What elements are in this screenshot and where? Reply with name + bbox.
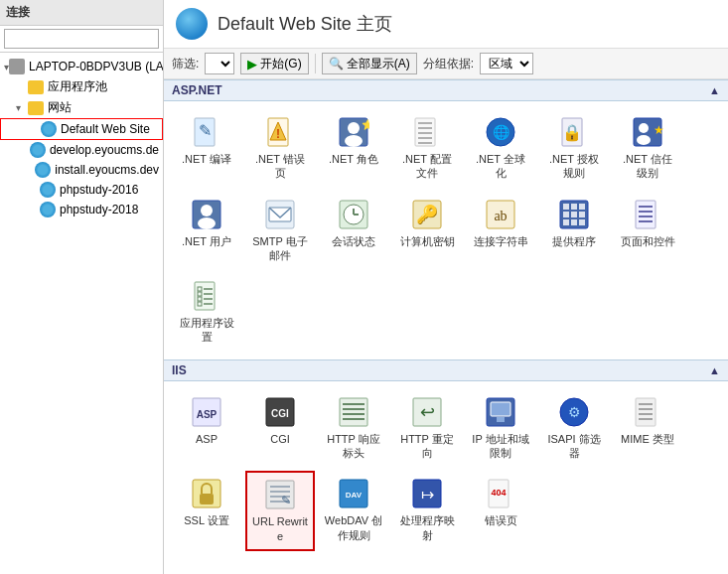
globe-icon	[40, 202, 56, 217]
icon-item-asp[interactable]: ASPASP	[172, 389, 241, 468]
sidebar-search-area	[0, 26, 163, 53]
filter-select[interactable]	[205, 53, 234, 74]
icon-item-net-config[interactable]: .NET 配置文件	[392, 109, 462, 188]
sidebar-item-sites[interactable]: ▾网站	[0, 97, 163, 118]
net-error-icon: !	[264, 116, 296, 148]
icon-item-provider[interactable]: 提供程序	[539, 192, 609, 270]
svg-point-24	[201, 205, 213, 216]
sidebar-item-server[interactable]: ▾LAPTOP-0BDPV3UB (LAPTO	[0, 57, 163, 76]
icon-grid-iis: ASPASPCGICGIHTTP 响应标头↩HTTP 重定向IP 地址和域限制⚙…	[164, 381, 728, 559]
icon-item-session[interactable]: 会话状态	[319, 192, 388, 270]
ip-domain-icon	[485, 396, 516, 428]
icon-label-error-page: 错误页	[485, 513, 517, 527]
icon-item-webdav[interactable]: DAVWebDAV 创作规则	[319, 471, 388, 551]
section-label-aspnet: ASP.NET	[172, 83, 221, 97]
icon-item-page-control[interactable]: 页面和控件	[613, 192, 682, 270]
sidebar-search-input[interactable]	[4, 29, 159, 49]
section-chevron-iis[interactable]: ▲	[709, 364, 720, 376]
globe-icon	[30, 142, 46, 158]
icon-item-app-setting[interactable]: 应用程序设置	[172, 273, 241, 352]
smtp-icon	[264, 199, 296, 230]
main-panel: Default Web Site 主页 筛选: ▶ 开始(G) 🔍 全部显示(A…	[164, 0, 728, 574]
svg-rect-40	[563, 212, 569, 217]
group-label: 分组依据:	[423, 56, 474, 72]
sidebar-item-phpstudy2018[interactable]: phpstudy-2018	[0, 200, 163, 219]
icon-item-http-response[interactable]: HTTP 响应标头	[319, 389, 388, 468]
section-chevron-aspnet[interactable]: ▲	[709, 84, 720, 96]
svg-text:↩: ↩	[420, 402, 435, 422]
icon-label-handler: 处理程序映射	[397, 513, 457, 542]
machine-key-icon: 🔑	[411, 199, 443, 230]
section-header-iis: IIS▲	[164, 359, 728, 381]
svg-point-21	[637, 135, 651, 145]
svg-rect-9	[415, 118, 435, 146]
sidebar-header: 连接	[0, 0, 163, 26]
icon-item-smtp[interactable]: SMTP 电子邮件	[245, 192, 315, 270]
svg-text:⚙: ⚙	[568, 404, 581, 420]
http-response-icon	[338, 396, 369, 428]
icon-label-http-redirect: HTTP 重定向	[397, 432, 457, 461]
group-select[interactable]: 区域	[480, 53, 533, 74]
icon-label-net-global: .NET 全球化	[471, 152, 530, 181]
sidebar-item-label: 应用程序池	[48, 78, 107, 95]
icon-item-mime-type[interactable]: MIME 类型	[613, 389, 682, 468]
icon-item-net-global[interactable]: 🌐.NET 全球化	[466, 109, 535, 188]
icon-item-isapi-filter[interactable]: ⚙ISAPI 筛选器	[539, 389, 609, 468]
svg-rect-42	[579, 212, 585, 217]
sidebar-item-apppools[interactable]: 应用程序池	[0, 76, 163, 97]
icon-item-net-role[interactable]: ⭐.NET 角色	[319, 109, 388, 188]
svg-text:🔑: 🔑	[416, 204, 439, 225]
server-icon	[9, 59, 25, 74]
main-title-bar: Default Web Site 主页	[164, 0, 728, 49]
icon-item-handler[interactable]: ↦处理程序映射	[392, 471, 462, 551]
icon-label-connection-str: 连接字符串	[474, 234, 528, 248]
icon-item-net-error[interactable]: !.NET 错误页	[245, 109, 315, 188]
net-auth-icon: 🔒	[558, 116, 590, 148]
svg-rect-64	[340, 398, 367, 426]
sidebar-item-phpstudy2016[interactable]: phpstudy-2016	[0, 180, 163, 200]
net-config-icon	[411, 116, 443, 148]
icon-item-error-page[interactable]: 404错误页	[466, 471, 535, 551]
icon-label-net-user: .NET 用户	[182, 234, 231, 248]
session-icon	[338, 199, 369, 230]
start-button[interactable]: ▶ 开始(G)	[240, 53, 308, 74]
sidebar-item-defaultwebsite[interactable]: Default Web Site	[0, 118, 163, 140]
webdav-icon: DAV	[338, 478, 369, 509]
title-globe-icon	[176, 8, 208, 40]
svg-rect-38	[571, 204, 577, 210]
icon-item-ip-domain[interactable]: IP 地址和域限制	[466, 389, 535, 468]
handler-icon: ↦	[411, 478, 443, 509]
sidebar-item-develop[interactable]: develop.eyoucms.de	[0, 140, 163, 160]
icon-item-connection-str[interactable]: ab连接字符串	[466, 192, 535, 270]
icon-item-http-redirect[interactable]: ↩HTTP 重定向	[392, 389, 462, 468]
icon-label-http-response: HTTP 响应标头	[324, 432, 383, 461]
icon-item-cgi[interactable]: CGICGI	[245, 389, 315, 468]
icon-item-net-user[interactable]: .NET 用户	[172, 192, 241, 270]
net-user-icon	[191, 199, 222, 230]
icon-item-url-rewrite[interactable]: ✎URL Rewrite	[245, 471, 315, 551]
app-setting-icon	[191, 280, 222, 312]
mime-type-icon	[632, 396, 663, 428]
net-global-icon: 🌐	[485, 116, 516, 148]
start-icon: ▶	[247, 57, 257, 72]
icon-item-machine-key[interactable]: 🔑计算机密钥	[392, 192, 462, 270]
icon-label-net-auth: .NET 授权规则	[544, 152, 604, 181]
svg-text:ASP: ASP	[197, 409, 218, 420]
icon-item-net-auth[interactable]: 🔒.NET 授权规则	[539, 109, 609, 188]
icon-item-net-edit[interactable]: ✎.NET 编译	[172, 109, 241, 188]
svg-text:🔒: 🔒	[562, 123, 582, 142]
icon-item-ssl-setting[interactable]: SSL 设置	[172, 471, 241, 551]
globe-icon	[35, 162, 51, 178]
provider-icon	[558, 199, 590, 230]
show-all-button[interactable]: 🔍 全部显示(A)	[322, 53, 417, 74]
icon-item-net-trust[interactable]: ★.NET 信任级别	[613, 109, 682, 188]
svg-rect-72	[491, 402, 510, 416]
sidebar: 连接 ▾LAPTOP-0BDPV3UB (LAPTO应用程序池▾网站Defaul…	[0, 0, 164, 574]
svg-rect-39	[579, 204, 585, 210]
sidebar-item-install[interactable]: install.eyoucms.dev	[0, 160, 163, 180]
svg-text:↦: ↦	[421, 486, 434, 502]
sidebar-item-label: phpstudy-2016	[60, 183, 138, 197]
icon-label-url-rewrite: URL Rewrite	[251, 514, 309, 543]
globe-icon	[41, 121, 57, 137]
svg-text:404: 404	[491, 488, 506, 498]
